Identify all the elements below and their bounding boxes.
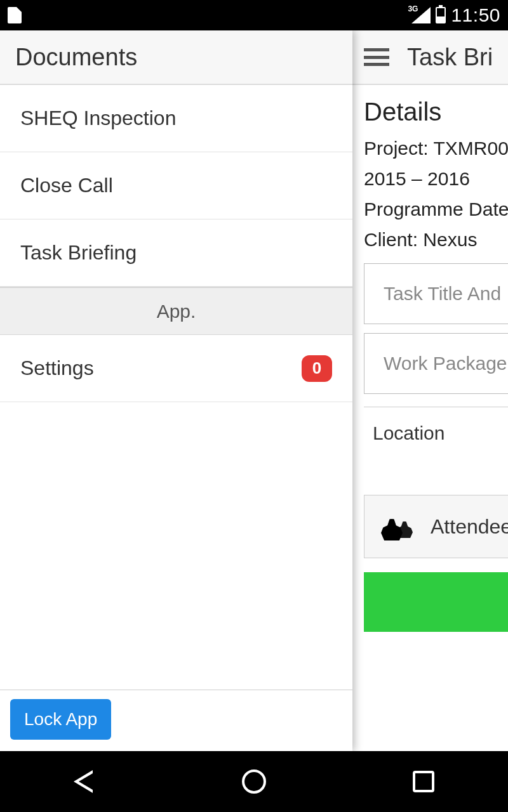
people-icon — [381, 513, 413, 540]
primary-action-button[interactable] — [364, 572, 508, 632]
navigation-drawer: Documents SHEQ Inspection Close Call Tas… — [0, 30, 352, 751]
detail-title: Task Bri — [407, 44, 493, 71]
drawer-item-label: SHEQ Inspection — [20, 107, 176, 130]
drawer-item-sheq-inspection[interactable]: SHEQ Inspection — [0, 85, 352, 152]
status-bar: 3G 11:50 — [0, 0, 508, 30]
work-package-placeholder: Work Package — [384, 353, 507, 374]
location-label: Location — [364, 407, 508, 495]
lock-app-button[interactable]: Lock App — [10, 699, 111, 740]
drawer-item-label: Task Briefing — [20, 241, 137, 265]
sd-card-icon — [8, 7, 22, 23]
task-title-placeholder: Task Title And — [384, 283, 501, 304]
clock: 11:50 — [451, 4, 500, 26]
drawer-item-label: Settings — [20, 357, 94, 380]
detail-header: Task Bri — [352, 30, 508, 85]
battery-icon — [436, 7, 446, 23]
client-line: Client: Nexus — [364, 229, 508, 251]
drawer-list: SHEQ Inspection Close Call Task Briefing… — [0, 85, 352, 690]
attendee-label: Attendee — [431, 515, 508, 539]
drawer-item-settings[interactable]: Settings 0 — [0, 335, 352, 402]
signal-icon: 3G — [411, 7, 431, 23]
nav-home-button[interactable] — [240, 768, 268, 796]
drawer-item-close-call[interactable]: Close Call — [0, 152, 352, 219]
task-title-input[interactable]: Task Title And — [364, 263, 508, 324]
drawer-section-app: App. — [0, 287, 352, 335]
system-nav-bar — [0, 751, 508, 812]
settings-badge: 0 — [302, 355, 332, 382]
menu-icon[interactable] — [364, 48, 389, 66]
work-package-input[interactable]: Work Package — [364, 333, 508, 394]
details-heading: Details — [364, 98, 508, 126]
drawer-item-task-briefing[interactable]: Task Briefing — [0, 219, 352, 287]
attendee-row[interactable]: Attendee — [364, 495, 508, 558]
year-line: 2015 – 2016 — [364, 168, 508, 190]
drawer-item-label: Close Call — [20, 174, 113, 197]
project-line: Project: TXMR002 — [364, 138, 508, 159]
drawer-title: Documents — [0, 30, 352, 85]
nav-recent-button[interactable] — [410, 768, 438, 796]
drawer-footer: Lock App — [0, 690, 352, 751]
nav-back-button[interactable] — [70, 768, 98, 796]
programme-line: Programme Date / — [364, 199, 508, 220]
detail-panel: Task Bri Details Project: TXMR002 2015 –… — [352, 30, 508, 751]
drawer-section-label: App. — [157, 301, 196, 322]
